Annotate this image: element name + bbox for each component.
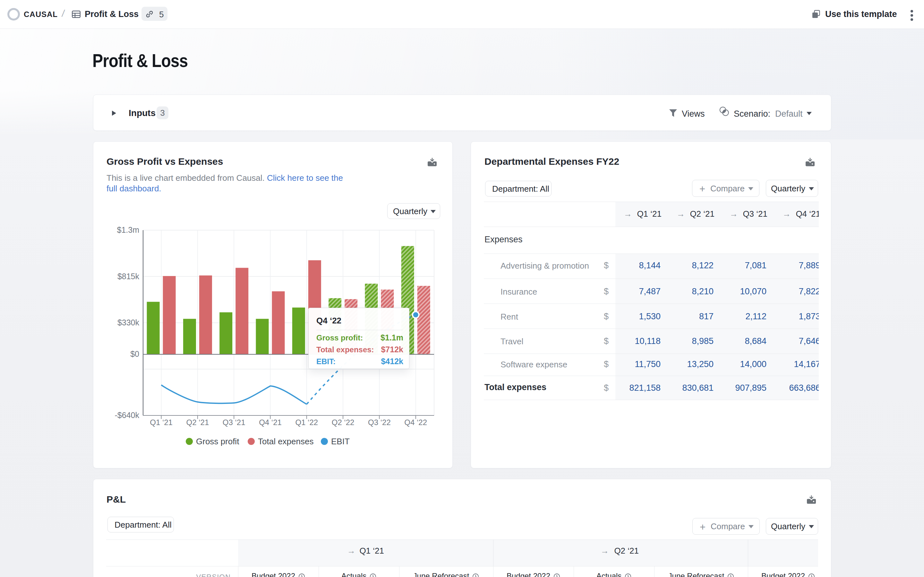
svg-text:$1.3m: $1.3m [117, 226, 139, 234]
svg-text:Q3 ‘21: Q3 ‘21 [223, 418, 246, 427]
svg-text:$330k: $330k [118, 318, 140, 327]
svg-text:Q4 ‘22: Q4 ‘22 [404, 418, 427, 427]
svg-text:$0: $0 [130, 350, 139, 358]
svg-text:Total expenses: Total expenses [258, 437, 313, 446]
svg-text:EBIT: EBIT [331, 437, 350, 446]
svg-text:Q2 ‘22: Q2 ‘22 [332, 418, 355, 427]
svg-text:Q2 ‘21: Q2 ‘21 [186, 418, 209, 427]
svg-text:Q1 ‘22: Q1 ‘22 [295, 418, 318, 427]
svg-text:-$640k: -$640k [115, 411, 140, 420]
svg-text:Gross profit: Gross profit [196, 437, 239, 446]
svg-text:Q4 ‘21: Q4 ‘21 [259, 418, 282, 427]
svg-text:Q3 ‘22: Q3 ‘22 [368, 418, 391, 427]
svg-text:$815k: $815k [118, 272, 140, 281]
svg-text:Q1 ‘21: Q1 ‘21 [150, 418, 173, 427]
